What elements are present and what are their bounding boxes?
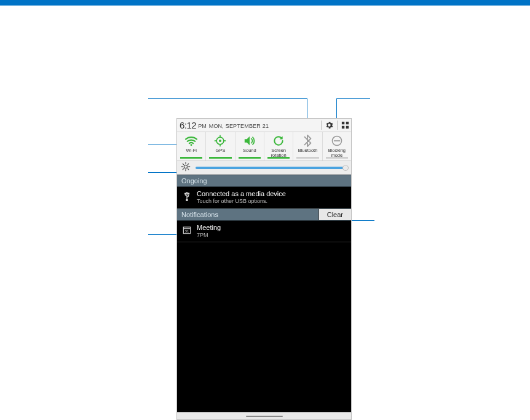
notif-subtitle: Touch for other USB options. bbox=[197, 198, 286, 204]
svg-line-21 bbox=[188, 164, 188, 164]
annotation-line bbox=[148, 172, 177, 173]
svg-rect-24 bbox=[188, 193, 189, 194]
qs-tile-bluetooth[interactable]: Bluetooth bbox=[293, 132, 322, 160]
svg-line-18 bbox=[183, 164, 183, 164]
brightness-thumb[interactable] bbox=[342, 165, 349, 171]
notif-subtitle: 7PM bbox=[197, 232, 221, 238]
qs-tile-sound[interactable]: Sound bbox=[235, 132, 264, 160]
brightness-row bbox=[177, 161, 351, 175]
svg-point-4 bbox=[191, 144, 192, 146]
svg-point-23 bbox=[184, 193, 186, 194]
qs-label: GPS bbox=[216, 148, 226, 153]
divider bbox=[321, 121, 322, 130]
svg-point-6 bbox=[219, 140, 221, 142]
qs-label: Bluetooth bbox=[298, 148, 318, 153]
qs-label: Sound bbox=[243, 148, 256, 153]
annotation-line bbox=[148, 234, 177, 235]
settings-icon[interactable] bbox=[325, 121, 334, 130]
svg-text:31: 31 bbox=[185, 229, 189, 233]
clock-date: MON, SEPTEMBER 21 bbox=[209, 123, 269, 129]
brightness-slider[interactable] bbox=[196, 167, 346, 169]
annotation-line bbox=[351, 220, 374, 221]
panel-drag-handle[interactable] bbox=[177, 412, 351, 419]
divider bbox=[337, 121, 338, 130]
annotation-line bbox=[336, 98, 337, 119]
section-header-notifications: Notifications Clear bbox=[177, 208, 351, 221]
brightness-icon[interactable] bbox=[181, 162, 191, 174]
notification-panel: 6:12 PM MON, SEPTEMBER 21 Wi-Fi GPS bbox=[176, 118, 352, 420]
svg-line-19 bbox=[188, 168, 188, 169]
blocking-icon bbox=[331, 134, 343, 148]
qs-tile-rotation[interactable]: Screen rotation bbox=[264, 132, 293, 160]
status-header: 6:12 PM MON, SEPTEMBER 21 bbox=[177, 119, 351, 132]
svg-rect-3 bbox=[346, 126, 349, 129]
quick-settings-row: Wi-Fi GPS Sound Screen rotation bbox=[177, 132, 351, 161]
usb-icon bbox=[182, 191, 192, 201]
svg-line-20 bbox=[183, 168, 183, 169]
notif-title: Meeting bbox=[197, 224, 221, 231]
rotation-icon bbox=[272, 134, 285, 148]
qs-tile-blocking[interactable]: Blocking mode bbox=[323, 132, 351, 160]
clock-ampm: PM bbox=[198, 123, 207, 129]
clock-time: 6:12 bbox=[180, 120, 196, 130]
annotation-line bbox=[307, 98, 307, 119]
svg-point-13 bbox=[184, 165, 187, 168]
annotation-line bbox=[148, 145, 177, 145]
svg-rect-1 bbox=[346, 122, 349, 124]
qs-tile-gps[interactable]: GPS bbox=[206, 132, 235, 160]
bluetooth-icon bbox=[303, 134, 312, 148]
calendar-icon: 31 bbox=[182, 225, 192, 235]
qs-tile-wifi[interactable]: Wi-Fi bbox=[177, 132, 206, 160]
section-header-ongoing: Ongoing bbox=[177, 175, 351, 187]
notifications-label: Notifications bbox=[177, 209, 318, 220]
wifi-icon bbox=[184, 134, 198, 148]
svg-rect-2 bbox=[342, 126, 344, 129]
sound-icon bbox=[243, 134, 256, 148]
gps-icon bbox=[214, 134, 226, 148]
annotation-line bbox=[336, 98, 370, 99]
annotation-line bbox=[148, 98, 307, 99]
notification-item-meeting[interactable]: 31 Meeting 7PM bbox=[177, 221, 351, 242]
ongoing-item-usb[interactable]: Connected as a media device Touch for ot… bbox=[177, 187, 351, 208]
qs-label: Wi-Fi bbox=[186, 148, 197, 153]
notif-title: Connected as a media device bbox=[197, 190, 286, 197]
svg-rect-0 bbox=[342, 122, 344, 124]
svg-point-22 bbox=[186, 199, 188, 200]
quick-settings-grid-icon[interactable] bbox=[341, 121, 350, 130]
clear-button[interactable]: Clear bbox=[318, 209, 351, 220]
page-top-bar bbox=[0, 0, 530, 6]
